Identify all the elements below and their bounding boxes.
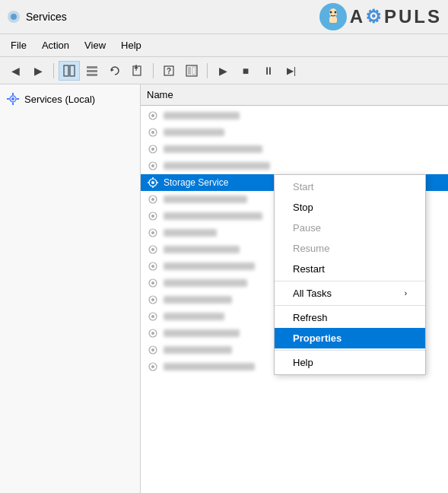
- service-icon: [147, 277, 159, 289]
- service-icon: [147, 327, 159, 339]
- sidebar: Services (Local): [0, 84, 141, 493]
- svg-rect-9: [87, 66, 97, 68]
- svg-point-28: [151, 114, 154, 117]
- service-row[interactable]: [141, 124, 448, 141]
- svg-point-1: [11, 14, 17, 20]
- refresh-button[interactable]: [104, 61, 126, 81]
- context-menu-sep-2: [275, 305, 425, 306]
- export-button[interactable]: [127, 61, 148, 81]
- help-button[interactable]: ?: [158, 61, 180, 81]
- service-icon: [147, 227, 159, 239]
- show-tree-button[interactable]: [59, 61, 80, 81]
- svg-point-54: [151, 298, 154, 301]
- main-layout: Services (Local) Name: [0, 84, 448, 493]
- menu-bar: File Action View Help: [0, 34, 448, 57]
- svg-point-44: [151, 215, 154, 218]
- menu-action[interactable]: Action: [34, 37, 77, 54]
- service-name: [164, 212, 262, 220]
- svg-text:?: ?: [167, 67, 171, 75]
- window-title: Services: [26, 11, 67, 23]
- brand-logo: A⚙PULS: [350, 6, 442, 27]
- step-button[interactable]: ▶|: [281, 61, 302, 81]
- svg-rect-19: [188, 67, 191, 75]
- service-name: [164, 196, 247, 203]
- svg-point-32: [151, 148, 154, 151]
- context-menu-sep-3: [275, 350, 425, 351]
- svg-point-22: [11, 97, 14, 100]
- svg-point-50: [151, 265, 154, 268]
- context-menu-resume[interactable]: Resume: [275, 238, 425, 259]
- storage-service-icon: [147, 177, 159, 189]
- app-icon: [6, 9, 21, 24]
- service-icon: [147, 210, 159, 222]
- forward-button[interactable]: ▶: [27, 61, 49, 81]
- service-name: [164, 145, 262, 153]
- submenu-arrow: ›: [405, 289, 407, 297]
- svg-marker-12: [111, 68, 114, 72]
- service-icon: [147, 243, 159, 256]
- menu-file[interactable]: File: [3, 37, 34, 54]
- menu-view[interactable]: View: [77, 37, 113, 54]
- context-menu-alltasks[interactable]: All Tasks ›: [275, 283, 425, 304]
- context-menu-restart[interactable]: Restart: [275, 259, 425, 279]
- service-name: [164, 346, 232, 354]
- svg-point-42: [151, 198, 154, 201]
- svg-point-52: [151, 281, 154, 285]
- service-name: [164, 129, 224, 136]
- svg-point-34: [151, 164, 154, 167]
- service-name: [164, 262, 255, 270]
- svg-rect-7: [64, 65, 68, 76]
- context-menu-help[interactable]: Help: [275, 352, 425, 373]
- svg-rect-4: [329, 17, 337, 23]
- service-icon: [147, 193, 159, 205]
- svg-point-56: [151, 315, 154, 318]
- context-menu-refresh[interactable]: Refresh: [275, 307, 425, 328]
- svg-rect-11: [87, 74, 97, 76]
- service-name: [164, 112, 240, 119]
- storage-service-name: Storage Service: [164, 177, 228, 188]
- toolbar-sep-2: [153, 63, 154, 78]
- service-icon: [147, 361, 159, 373]
- title-bar: Services A⚙PULS: [0, 0, 448, 34]
- toolbar: ◀ ▶ ? ▶ ■ ⏸ ▶|: [0, 57, 448, 84]
- context-menu-start[interactable]: Start: [275, 177, 425, 197]
- service-row[interactable]: [141, 141, 448, 157]
- service-row[interactable]: [141, 157, 448, 174]
- svg-point-46: [151, 231, 154, 234]
- service-icon: [147, 260, 159, 272]
- svg-point-60: [151, 348, 154, 351]
- stop-button[interactable]: ■: [235, 61, 256, 81]
- back-button[interactable]: ◀: [5, 61, 26, 81]
- svg-point-5: [329, 11, 332, 14]
- service-name: [164, 363, 255, 371]
- name-column-header: Name: [147, 89, 173, 100]
- context-menu-stop[interactable]: Stop: [275, 197, 425, 218]
- service-name: [164, 313, 224, 320]
- menu-help[interactable]: Help: [113, 37, 149, 54]
- service-name: [164, 246, 240, 253]
- content-area: Name: [141, 84, 448, 493]
- svg-rect-10: [87, 70, 97, 72]
- svg-point-48: [151, 248, 154, 251]
- pause-button[interactable]: ⏸: [258, 61, 279, 81]
- context-menu-properties[interactable]: Properties: [275, 328, 425, 348]
- service-icon: [147, 310, 159, 323]
- service-name: [164, 279, 247, 287]
- context-menu-pause[interactable]: Pause: [275, 218, 425, 238]
- play-button[interactable]: ▶: [212, 61, 234, 81]
- sidebar-item-services[interactable]: Services (Local): [0, 87, 140, 110]
- details-button[interactable]: [81, 61, 103, 81]
- service-row[interactable]: [141, 107, 448, 124]
- svg-rect-20: [192, 67, 195, 75]
- logo-icon: [319, 3, 347, 30]
- service-icon: [147, 344, 159, 356]
- svg-rect-8: [70, 65, 75, 76]
- svg-point-62: [151, 365, 154, 368]
- service-name: [164, 296, 232, 304]
- console-button[interactable]: [181, 61, 202, 81]
- context-menu: Start Stop Pause Resume Restart All Task…: [274, 174, 426, 375]
- svg-point-58: [151, 332, 154, 335]
- service-icon: [147, 160, 159, 172]
- service-name: [164, 162, 270, 170]
- service-icon: [147, 143, 159, 155]
